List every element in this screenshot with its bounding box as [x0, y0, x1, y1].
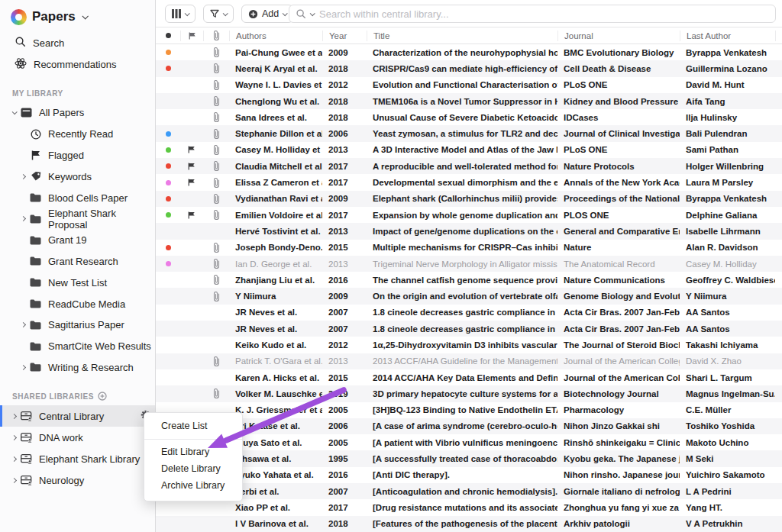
sidebar-item-search[interactable]: Search	[0, 32, 155, 53]
sidebar-item-dna-work[interactable]: DNA work	[0, 427, 155, 448]
sidebar-item-elephant-shark-proposal[interactable]: Elephant Shark Proposal	[0, 208, 155, 230]
sidebar-item-sagittarius-paper[interactable]: Sagittarius Paper	[0, 314, 155, 336]
sidebar-item-recently-read[interactable]: Recently Read	[0, 124, 155, 145]
sidebar-item-grant-19[interactable]: Grant 19	[0, 230, 155, 251]
table-row[interactable]: Volker M. Lauschke e... 2019 3D primary …	[156, 385, 782, 401]
chevron-icon[interactable]	[20, 174, 25, 179]
cell-year: 2013	[322, 227, 367, 236]
cell-title: Multiple mechanisms for CRISPR–Cas inhib…	[367, 243, 557, 252]
search-box[interactable]	[289, 5, 776, 23]
table-row[interactable]: Karen A. Hicks et al. 2015 2014 ACC/AHA …	[156, 369, 782, 385]
sidebar-item-neurology[interactable]: Neurology	[0, 469, 155, 491]
cell-year: 2005	[322, 438, 367, 447]
chevron-icon[interactable]	[11, 110, 17, 115]
menu-item-delete-library[interactable]: Delete Library	[144, 460, 242, 477]
table-row[interactable]: Ohsawa et al. 1995 [A successfully treat…	[156, 450, 782, 466]
sidebar-item-writing-research[interactable]: Writing & Research	[0, 357, 155, 379]
chevron-icon[interactable]	[20, 322, 25, 327]
color-dot-column-header[interactable]	[156, 31, 180, 41]
search-input[interactable]	[318, 8, 769, 21]
menu-item-edit-library[interactable]: Edit Library	[144, 443, 242, 460]
table-row[interactable]: Zhanjiang Liu et al. 2016 The channel ca…	[156, 272, 782, 288]
table-row[interactable]: Joseph Bondy-Deno... 2015 Multiple mecha…	[156, 240, 782, 256]
chevron-down-icon[interactable]	[310, 11, 315, 16]
chevron-down-icon	[184, 11, 189, 16]
cell-year: 2013	[322, 145, 367, 154]
plus-circle-icon[interactable]	[98, 392, 107, 401]
sidebar-item-label: Keywords	[48, 171, 92, 182]
table-row[interactable]: Wayne I. L. Davies et ... 2012 Evolution…	[156, 77, 782, 93]
table-row[interactable]: Ian D. George et al. 2013 Trigeminal Ner…	[156, 256, 782, 272]
table-row[interactable]: Emilien Voldoire et al. 2017 Expansion b…	[156, 207, 782, 223]
attachment-column-header[interactable]	[203, 31, 229, 41]
table-row[interactable]: Elissa Z Cameron et al. 2017 Development…	[156, 174, 782, 190]
cell-journal: Pharmacology	[557, 405, 680, 414]
color-dot	[166, 245, 171, 250]
filter-button[interactable]	[203, 5, 234, 23]
table-row[interactable]: Patrick T. O'Gara et al. 2013 2013 ACCF/…	[156, 353, 782, 369]
chevron-icon[interactable]	[11, 414, 16, 419]
table-row[interactable]: JR Neves et al. 2007 1.8 cineole decreas…	[156, 321, 782, 337]
sidebar-item-new-test-list[interactable]: New Test List	[0, 272, 155, 293]
table-row[interactable]: Zerbi et al. 2007 [Anticoagulation and c…	[156, 483, 782, 499]
table-row[interactable]: JR Neves et al. 2007 1.8 cineole decreas…	[156, 305, 782, 321]
table-row[interactable]: Sana Idrees et al. 2018 Unusual Cause of…	[156, 109, 782, 125]
table-row[interactable]: Claudia Mitchell et al. 2017 A reproduci…	[156, 158, 782, 174]
cell-authors: Karen A. Hicks et al.	[229, 373, 322, 382]
table-row[interactable]: tsuya Sato et al. 2005 [A patient with V…	[156, 434, 782, 450]
chevron-icon[interactable]	[11, 435, 16, 440]
menu-item-archive-library[interactable]: Archive Library	[144, 477, 242, 494]
color-dot	[166, 131, 171, 137]
paperclip-icon	[213, 275, 220, 285]
table-row[interactable]: ori Katase et al. 2006 [A case of arima …	[156, 418, 782, 434]
cell-last-author: L A Pedrini	[680, 487, 775, 496]
chevron-icon[interactable]	[20, 216, 25, 221]
table-row[interactable]: I V Barinova et al. 2018 [Features of th…	[156, 516, 782, 532]
chevron-icon[interactable]	[11, 456, 16, 462]
app-logo-row[interactable]: Papers	[0, 0, 155, 27]
column-header-title[interactable]: Title	[367, 31, 557, 41]
table-row[interactable]: Xiao PP et al. 2017 [Drug resistance mut…	[156, 499, 782, 515]
sidebar-item-blood-cells-paper[interactable]: Blood Cells Paper	[0, 187, 155, 208]
chevron-icon[interactable]	[20, 365, 25, 370]
sidebar-item-central-library[interactable]: Central Library	[0, 405, 155, 427]
columns-icon	[172, 9, 174, 18]
table-row[interactable]: Stephanie Dillon et al. 2006 Yeast zymos…	[156, 125, 782, 141]
cell-title: [Features of the pathogenesis of the pla…	[367, 519, 557, 528]
table-row[interactable]: Casey M. Holliday et ... 2013 A 3D Inter…	[156, 142, 782, 158]
folder-icon	[29, 361, 42, 373]
sidebar: Papers Search Recommendations MY LIBRARY…	[0, 0, 156, 532]
table-row[interactable]: Keiko Kudo et al. 2012 1α,25-Dihydroxyvi…	[156, 337, 782, 353]
add-button[interactable]: Add	[241, 5, 293, 23]
column-header-last-author[interactable]: Last Author	[680, 31, 775, 41]
cell-year: 2017	[322, 503, 367, 512]
chevron-icon[interactable]	[11, 478, 16, 483]
column-header-year[interactable]: Year	[322, 31, 367, 41]
sidebar-item-grant-research[interactable]: Grant Research	[0, 251, 155, 272]
table-row[interactable]: Chenglong Wu et al. 2018 TMEM106a is a N…	[156, 93, 782, 109]
table-row[interactable]: Neeraj K Aryal et al. 2018 CRISPR/Cas9 c…	[156, 60, 782, 76]
sidebar-item-elephant-shark-library[interactable]: Elephant Shark Library	[0, 448, 155, 469]
table-row[interactable]: Y Niimura 2009 On the origin and evoluti…	[156, 288, 782, 304]
column-header-authors[interactable]: Authors	[229, 31, 322, 41]
table-row[interactable]: K. J. Griessmeier et al. 2005 [3H]BQ-123…	[156, 402, 782, 418]
sidebar-item-all-papers[interactable]: All Papers	[0, 102, 155, 124]
chevron-down-icon	[82, 13, 88, 19]
sidebar-item-readcube-media[interactable]: ReadCube Media	[0, 293, 155, 314]
paperclip-icon	[213, 145, 220, 155]
cell-title: Yeast zymosan, a stimulus for TLR2 and d…	[367, 129, 557, 138]
table-row[interactable]: Hervé Tostivint et al. 2013 Impact of ge…	[156, 223, 782, 239]
cell-title: 2013 ACCF/AHA Guideline for the Manageme…	[367, 356, 557, 366]
menu-item-create-list[interactable]: Create List	[144, 417, 242, 435]
sidebar-item-keywords[interactable]: Keywords	[0, 166, 155, 187]
columns-button[interactable]	[165, 5, 196, 23]
sidebar-item-flagged[interactable]: Flagged	[0, 145, 155, 166]
column-header-journal[interactable]: Journal	[557, 31, 680, 41]
table-row[interactable]: ayuko Yahata et al. 2016 [Anti DIC thera…	[156, 467, 782, 483]
table-row[interactable]: Pai-Chung Gwee et al. 2009 Characterizat…	[156, 44, 782, 60]
table-row[interactable]: Vydianathan Ravi et al. 2009 Elephant sh…	[156, 191, 782, 207]
flag-column-header[interactable]	[180, 31, 203, 41]
sidebar-item-recommendations[interactable]: Recommendations	[0, 53, 155, 75]
cell-journal: Nihon rinsho. Japanese journ...	[557, 470, 680, 479]
sidebar-item-smartcite-web-results[interactable]: SmartCite Web Results	[0, 336, 155, 357]
